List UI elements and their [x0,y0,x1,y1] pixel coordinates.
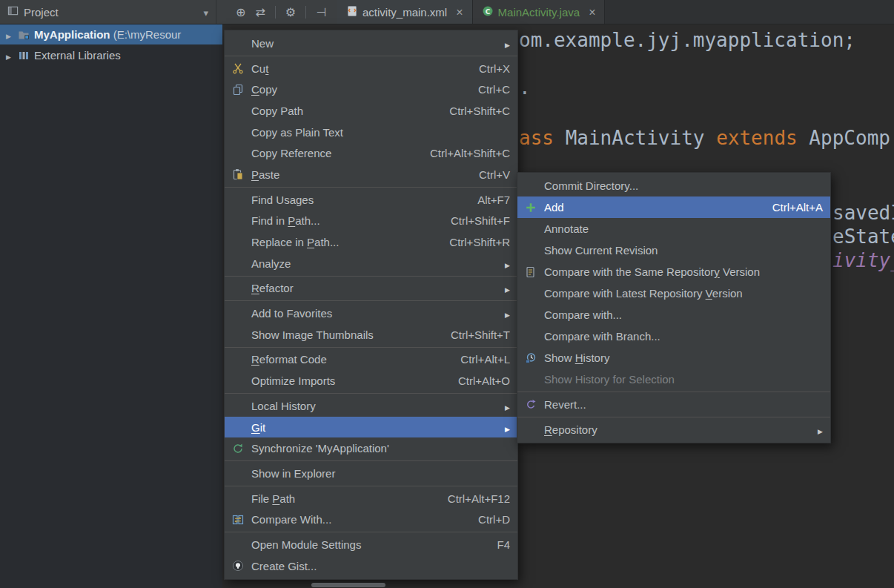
menu-separator [517,417,830,417]
git-menu-item-add[interactable]: Add Ctrl+Alt+A [517,196,830,218]
menu-item-analyze[interactable]: Analyze [225,253,517,274]
menu-item-label: Show Current Revision [544,244,658,257]
tab-mainactivity-java[interactable]: C MainActivity.java [473,0,606,24]
menu-item-shortcut: Ctrl+C [478,83,510,96]
menu-item-shortcut: Ctrl+Alt+F12 [448,492,510,505]
menu-item-cut[interactable]: Cut Ctrl+X [225,58,517,79]
code-class-line: ass MainActivity extends AppComp [519,125,890,151]
locate-icon[interactable]: ⊕ [236,5,245,19]
toolbar-divider [275,6,276,19]
menu-item-shortcut: Ctrl+D [478,513,510,526]
menu-item-show-image-thumbnails[interactable]: Show Image Thumbnails Ctrl+Shift+T [225,324,517,346]
menu-item-git[interactable]: Git [225,417,517,438]
menu-item-label: Open Module Settings [251,538,361,551]
menu-separator [225,486,517,486]
menu-item-label: Compare with the Same Repository Version [544,265,760,278]
git-menu-item-show-history[interactable]: Show History [517,347,830,369]
menu-item-new[interactable]: New [225,33,517,54]
git-menu-item-repository[interactable]: Repository [517,419,830,440]
chevron-right-icon[interactable] [6,49,18,62]
settings-icon[interactable]: ⚙ [285,5,296,19]
menu-item-find-usages[interactable]: Find Usages Alt+F7 [225,189,517,211]
menu-item-replace-in-path[interactable]: Replace in Path... Ctrl+Shift+R [225,231,517,253]
code-package-line: om.example.jyj.myapplication; [519,27,855,53]
menu-item-shortcut: Ctrl+Shift+R [449,236,510,248]
git-menu-item-compare-with-branch[interactable]: Compare with Branch... [517,326,830,347]
horizontal-scrollbar-thumb[interactable] [311,583,385,587]
menu-item-copy[interactable]: Copy Ctrl+C [225,79,517,100]
menu-separator [225,56,517,56]
menu-item-label: Copy Path [251,105,303,117]
project-panel-header[interactable]: Project [0,0,216,24]
git-submenu: Commit Directory... Add Ctrl+Alt+A Annot… [517,172,831,443]
libraries-icon [18,50,34,62]
tree-row-label: MyApplication [34,28,110,41]
svg-text:C: C [485,7,490,15]
menu-item-paste[interactable]: Paste Ctrl+V [225,164,517,185]
git-menu-item-commit-directory[interactable]: Commit Directory... [517,175,830,196]
menu-item-add-to-favorites[interactable]: Add to Favorites [225,303,517,324]
menu-item-show-in-explorer[interactable]: Show in Explorer [225,463,517,484]
menu-item-label: Show History for Selection [544,373,675,386]
chevron-right-icon[interactable] [6,28,18,41]
menu-item-shortcut: F4 [497,538,510,551]
menu-item-label: Compare With... [251,513,331,526]
git-menu-item-compare-latest-repository[interactable]: Compare with Latest Repository Version [517,283,830,304]
menu-item-synchronize[interactable]: Synchronize 'MyApplication' [225,437,517,459]
menu-item-optimize-imports[interactable]: Optimize Imports Ctrl+Alt+O [225,370,517,392]
menu-item-create-gist[interactable]: Create Gist... [225,555,517,577]
submenu-arrow-icon [505,37,510,50]
menu-item-label: Synchronize 'MyApplication' [251,442,389,455]
menu-item-label: Paste [251,168,279,181]
tree-row-myapplication[interactable]: MyApplication (E:\myResour [0,24,222,44]
tab-close-icon[interactable] [589,6,595,19]
tab-activity-main-xml[interactable]: activity_main.xml [337,0,473,24]
code-keyword: ass [519,127,566,149]
menu-item-compare-with[interactable]: Compare With... Ctrl+D [225,509,517,530]
menu-item-label: Find Usages [251,194,314,206]
menu-item-label: Git [251,421,265,434]
menu-item-local-history[interactable]: Local History [225,395,517,417]
git-menu-item-compare-same-repository[interactable]: Compare with the Same Repository Version [517,261,830,283]
paste-icon [232,168,251,180]
copy-icon [232,84,251,96]
menu-separator [225,532,517,532]
menu-item-label: Show History [544,351,609,364]
project-tool-icon [7,5,19,19]
git-menu-item-compare-with[interactable]: Compare with... [517,304,830,326]
sync-scroll-icon[interactable]: ⇄ [255,5,265,19]
menu-item-label: Show Image Thumbnails [251,328,374,341]
menu-item-shortcut: Alt+F7 [477,194,510,206]
top-bar: Project ⊕ ⇄ ⚙ ⊣ activity_main.xml C Main… [0,0,894,24]
menu-item-file-path[interactable]: File Path Ctrl+Alt+F12 [225,488,517,509]
history-clock-icon [525,352,544,364]
menu-separator [517,392,830,392]
menu-item-label: Compare with... [544,308,622,321]
git-menu-item-revert[interactable]: Revert... [517,394,830,415]
menu-item-label: New [251,37,274,50]
chevron-down-icon[interactable] [203,6,208,19]
menu-item-label: Add to Favorites [251,307,332,320]
menu-item-copy-path[interactable]: Copy Path Ctrl+Shift+C [225,100,517,122]
tree-row-external-libraries[interactable]: External Libraries [0,45,222,65]
project-panel: MyApplication (E:\myResour External Libr… [0,24,222,588]
menu-item-label: Optimize Imports [251,374,335,387]
git-menu-item-annotate[interactable]: Annotate [517,218,830,240]
hide-panel-icon[interactable]: ⊣ [316,5,326,19]
tree-row-label: External Libraries [34,49,121,62]
menu-item-copy-reference[interactable]: Copy Reference Ctrl+Alt+Shift+C [225,142,517,164]
panel-toolbar: ⊕ ⇄ ⚙ ⊣ [236,0,326,24]
menu-item-copy-as-plain-text[interactable]: Copy as Plain Text [225,122,517,143]
add-plus-icon [525,202,544,214]
menu-item-label: Replace in Path... [251,236,339,248]
git-menu-item-show-current-revision[interactable]: Show Current Revision [517,240,830,261]
menu-item-refactor[interactable]: Refactor [225,278,517,300]
code-keyword: extends [716,127,809,149]
menu-item-shortcut: Ctrl+Alt+O [458,374,510,387]
menu-item-label: Local History [251,400,316,412]
menu-item-find-in-path[interactable]: Find in Path... Ctrl+Shift+F [225,211,517,232]
menu-item-open-module-settings[interactable]: Open Module Settings F4 [225,534,517,555]
menu-item-reformat-code[interactable]: Reformat Code Ctrl+Alt+L [225,349,517,371]
menu-item-label: Refactor [251,282,294,294]
tab-close-icon[interactable] [456,6,463,19]
